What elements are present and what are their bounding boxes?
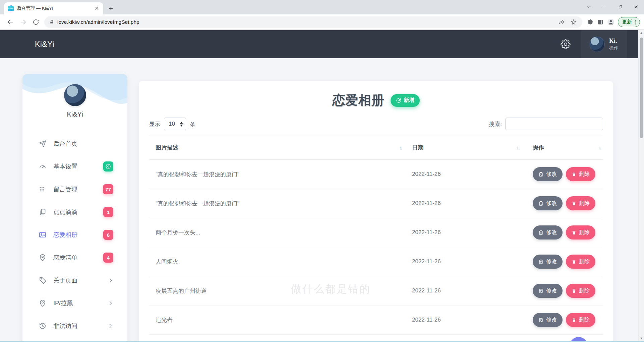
column-header-date[interactable]: 日期 ↑↓ (412, 144, 533, 151)
edit-button[interactable]: 修改 (533, 196, 563, 210)
user-panel[interactable]: Ki. 操作 (581, 30, 627, 58)
clipboard-edit-icon (538, 201, 543, 206)
bookmark-star-icon[interactable] (570, 19, 577, 25)
share-icon[interactable] (559, 19, 565, 25)
edit-button[interactable]: 修改 (533, 225, 563, 240)
settings-gear-icon[interactable] (561, 39, 571, 49)
cell-date: 2022-11-26 (412, 200, 533, 207)
browser-tab[interactable]: LOVE 后台管理 — Ki&Yi (4, 2, 103, 14)
sidebar-item-messages[interactable]: 留言管理 77 (22, 178, 127, 201)
messages-count-badge: 77 (103, 184, 113, 194)
sidebar-item-love-album[interactable]: 恋爱相册 6 (22, 223, 127, 246)
table-row: 人间烟火 2022-11-26 修改 删除 (149, 247, 603, 276)
table-row: 凌晨五点的广州街道 2022-11-26 修改 删除 (149, 276, 603, 305)
map-pin-icon (39, 299, 47, 307)
menu-kebab-icon[interactable] (634, 20, 638, 24)
delete-button[interactable]: 删除 (566, 167, 595, 181)
sort-icon[interactable]: ↑↓ (516, 145, 519, 150)
sort-icon[interactable]: ↑↓ (399, 145, 402, 150)
main-content: 恋爱相册 新增 显示 10 条 搜索: 图 (139, 81, 613, 341)
edit-button[interactable]: 修改 (533, 255, 563, 269)
sidebar-item-about[interactable]: 关于页面 (22, 269, 127, 292)
chevron-right-icon (108, 300, 113, 306)
cell-date: 2022-11-26 (412, 258, 533, 265)
edit-button[interactable]: 修改 (533, 167, 563, 181)
chevron-right-icon (108, 278, 113, 283)
column-header-actions[interactable]: 操作 ↑↓ (533, 144, 603, 151)
cell-description: 人间烟火 (149, 258, 412, 266)
url-text: love.kikiw.cn/admin/loveImgSet.php (57, 19, 139, 25)
sidebar-avatar (64, 84, 86, 106)
tab-close-icon[interactable] (94, 5, 100, 11)
table-row: 两个月烫一次头... 2022-11-26 修改 删除 (149, 218, 603, 247)
column-header-description[interactable]: 图片描述 ↑↓ (149, 144, 412, 151)
cell-date: 2022-11-26 (412, 317, 533, 323)
new-tab-button[interactable] (106, 4, 115, 13)
user-name: Ki. (609, 38, 619, 45)
sidebar-item-ip-blacklist[interactable]: IP/拉黑 (22, 292, 127, 315)
sidebar-item-dashboard[interactable]: 后台首页 (22, 132, 127, 155)
moments-count-badge: 1 (103, 207, 113, 217)
window-restore-button[interactable] (612, 0, 628, 13)
page-scrollbar[interactable]: ▲ ▼ (638, 30, 644, 341)
tab-favicon-icon: LOVE (8, 6, 14, 11)
trash-icon (572, 318, 576, 323)
clipboard-edit-icon (538, 172, 543, 177)
trash-icon (572, 259, 576, 264)
table-row: "真的很想和你去一趟浪漫的厦门" 2022-11-26 修改 删除 (149, 189, 603, 218)
tab-search-chevron-icon[interactable] (581, 0, 597, 13)
page-length-suffix: 条 (190, 120, 195, 128)
sidebar-profile-name: Ki&Yi (22, 111, 127, 118)
reload-button[interactable] (30, 16, 42, 28)
window-close-button[interactable] (628, 0, 644, 13)
browser-tab-strip: LOVE 后台管理 — Ki&Yi (0, 0, 644, 14)
brand-logo[interactable]: Ki&Yi (35, 40, 54, 49)
sidebar-item-settings[interactable]: 基本设置 (22, 155, 127, 178)
delete-button[interactable]: 删除 (566, 255, 595, 269)
profile-icon[interactable] (607, 18, 614, 26)
update-button[interactable]: 更新 (618, 17, 640, 27)
search-input[interactable] (505, 118, 603, 130)
tag-icon (39, 276, 47, 284)
page-length-select[interactable]: 10 (164, 118, 186, 130)
tab-title: 后台管理 — Ki&Yi (17, 5, 94, 11)
clipboard-edit-icon (538, 318, 543, 323)
trash-icon (572, 288, 576, 293)
sort-icon[interactable]: ↑↓ (598, 145, 601, 150)
url-bar[interactable]: love.kikiw.cn/admin/loveImgSet.php (44, 16, 582, 28)
edit-button[interactable]: 修改 (533, 284, 563, 298)
cell-description: "真的很想和你去一趟浪漫的厦门" (149, 170, 412, 178)
grid-dots-icon (39, 185, 47, 193)
browser-toolbar: love.kikiw.cn/admin/loveImgSet.php 更新 (0, 14, 644, 30)
back-button[interactable] (5, 16, 16, 28)
extensions-icon[interactable] (587, 19, 594, 25)
list-count-badge: 4 (103, 253, 113, 263)
side-panel-icon[interactable] (597, 19, 604, 25)
scroll-down-icon[interactable]: ▼ (640, 337, 643, 340)
cell-description: 凌晨五点的广州街道 (149, 287, 412, 295)
window-minimize-button[interactable] (597, 0, 612, 13)
sidebar-item-moments[interactable]: 点点滴滴 1 (22, 201, 127, 223)
scroll-up-icon[interactable]: ▲ (640, 31, 643, 35)
forward-button[interactable] (17, 16, 29, 28)
delete-button[interactable]: 删除 (566, 225, 595, 240)
user-avatar (589, 37, 605, 52)
add-button[interactable]: 新增 (391, 94, 420, 107)
delete-button[interactable]: 删除 (566, 284, 595, 298)
search-label: 搜索: (489, 120, 502, 128)
select-arrows-icon (180, 122, 183, 127)
gauge-icon (39, 162, 47, 170)
delete-button[interactable]: 删除 (566, 313, 595, 327)
cell-description: "真的很想和你去一趟浪漫的厦门" (149, 200, 412, 207)
scrollbar-thumb[interactable] (640, 38, 643, 138)
cell-description: 追光者 (149, 316, 412, 324)
sidebar-item-love-list[interactable]: 恋爱清单 4 (22, 246, 127, 269)
delete-button[interactable]: 删除 (566, 196, 595, 210)
clipboard-edit-icon (538, 230, 543, 235)
trash-icon (572, 201, 576, 206)
sidebar-item-illegal-access[interactable]: 非法访问 (22, 315, 127, 337)
clipboard-edit-icon (538, 259, 543, 264)
send-icon (39, 140, 47, 148)
edit-circle-icon (396, 98, 401, 103)
edit-button[interactable]: 修改 (533, 313, 563, 327)
